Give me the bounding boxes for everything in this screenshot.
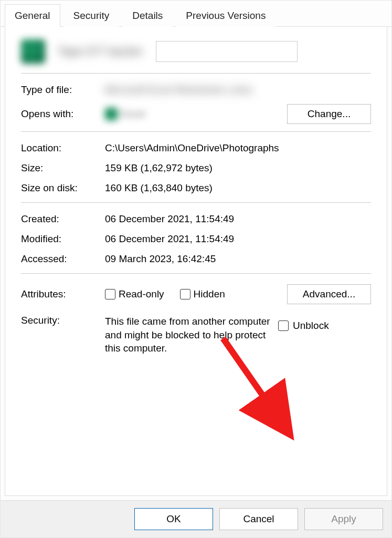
apply-button[interactable]: Apply	[304, 508, 383, 530]
dialog-button-bar: OK Cancel Apply	[1, 500, 391, 537]
created-label: Created:	[21, 213, 105, 225]
opens-with-label: Opens with:	[21, 108, 105, 120]
read-only-checkbox[interactable]: Read-only	[105, 288, 164, 300]
file-icon	[21, 39, 45, 64]
location-label: Location:	[21, 142, 105, 154]
checkbox-box-icon	[105, 289, 115, 299]
tab-security[interactable]: Security	[63, 4, 120, 27]
tab-details[interactable]: Details	[122, 4, 173, 27]
size-on-disk-label: Size on disk:	[21, 182, 105, 194]
properties-dialog: General Security Details Previous Versio…	[0, 0, 392, 538]
cancel-button[interactable]: Cancel	[219, 508, 298, 530]
type-of-file-value: Microsoft Excel Worksheet (.xlsx)	[105, 84, 371, 96]
modified-value: 06 December 2021, 11:54:49	[105, 233, 371, 245]
filename-input[interactable]	[156, 41, 298, 62]
modified-label: Modified:	[21, 233, 105, 245]
accessed-value: 09 March 2023, 16:42:45	[105, 253, 371, 265]
location-value: C:\Users\Admin\OneDrive\Photographs	[105, 142, 371, 154]
security-message: This file came from another computer and…	[105, 315, 278, 355]
unblock-label: Unblock	[293, 320, 329, 332]
security-label: Security:	[21, 315, 105, 326]
separator	[21, 73, 371, 74]
change-button[interactable]: Change...	[287, 104, 371, 124]
created-value: 06 December 2021, 11:54:49	[105, 213, 371, 225]
size-on-disk-value: 160 KB (1,63,840 bytes)	[105, 182, 371, 194]
hidden-checkbox[interactable]: Hidden	[180, 288, 225, 300]
accessed-label: Accessed:	[21, 253, 105, 265]
advanced-button[interactable]: Advanced...	[287, 284, 371, 304]
filename-blurred: Tape 077 backer	[58, 45, 143, 58]
type-of-file-label: Type of file:	[21, 84, 105, 96]
separator	[21, 273, 371, 274]
hidden-label: Hidden	[194, 288, 225, 300]
read-only-label: Read-only	[119, 288, 164, 300]
separator	[21, 131, 371, 132]
size-label: Size:	[21, 162, 105, 174]
checkbox-box-icon	[180, 289, 190, 299]
tab-previous-versions[interactable]: Previous Versions	[176, 4, 276, 27]
unblock-checkbox[interactable]: Unblock	[278, 320, 329, 332]
attributes-label: Attributes:	[21, 288, 105, 300]
checkbox-box-icon	[278, 320, 289, 331]
app-icon	[105, 108, 118, 120]
tab-strip: General Security Details Previous Versio…	[1, 1, 391, 27]
tab-content-general: Tape 077 backer Type of file: Microsoft …	[5, 27, 387, 496]
size-value: 159 KB (1,62,972 bytes)	[105, 162, 371, 174]
ok-button[interactable]: OK	[134, 508, 213, 530]
tab-general[interactable]: General	[5, 4, 60, 27]
separator	[21, 202, 371, 203]
opens-with-value: Excel	[105, 108, 145, 120]
